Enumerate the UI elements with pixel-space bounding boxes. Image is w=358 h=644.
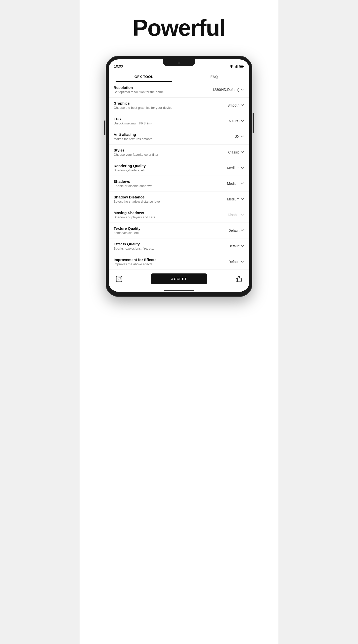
page-wrapper: Powerful 10:00 [80, 0, 278, 644]
setting-control-improvement-effects[interactable]: Default [217, 260, 244, 264]
svg-rect-0 [235, 66, 235, 68]
dropdown-arrow-shadow-distance [240, 197, 244, 201]
setting-row-styles[interactable]: StylesChoose your favorite color filterC… [109, 144, 249, 160]
setting-value-rendering-quality: Medium [227, 166, 239, 170]
setting-control-graphics[interactable]: Smooth [217, 103, 244, 107]
svg-rect-6 [240, 66, 243, 67]
setting-desc-resolution: Set optimal resolution for the game [114, 90, 212, 94]
svg-rect-3 [237, 65, 238, 68]
status-bar: 10:00 [109, 59, 249, 70]
setting-title-moving-shadows: Moving Shadows [114, 210, 217, 215]
setting-control-moving-shadows[interactable]: Disable [217, 213, 244, 217]
setting-row-improvement-effects[interactable]: Improvement for EffectsImproves the abov… [109, 254, 249, 270]
setting-control-rendering-quality[interactable]: Medium [217, 166, 244, 170]
phone-screen: 10:00 [109, 59, 249, 292]
dropdown-arrow-graphics [240, 103, 244, 107]
setting-value-moving-shadows: Disable [228, 213, 239, 217]
setting-control-resolution[interactable]: 1280(HD,Default) [212, 88, 244, 92]
accept-button[interactable]: ACCEPT [151, 274, 207, 284]
setting-value-graphics: Smooth [227, 103, 239, 107]
setting-value-effects-quality: Default [228, 244, 239, 248]
setting-info-shadow-distance: Shadow DistanceSelect the shadow distanc… [114, 195, 217, 204]
hero-title: Powerful [133, 15, 225, 41]
setting-value-anti-aliasing: 2X [235, 134, 239, 138]
battery-icon [239, 65, 244, 68]
setting-value-texture-quality: Default [228, 228, 239, 232]
dropdown-arrow-resolution [240, 88, 244, 92]
setting-desc-texture-quality: Items,vehicle, etc [114, 231, 217, 235]
setting-title-rendering-quality: Rendering Quality [114, 164, 217, 168]
setting-value-fps: 60FPS [229, 119, 239, 123]
setting-row-texture-quality[interactable]: Texture QualityItems,vehicle, etcDefault [109, 223, 249, 238]
setting-row-shadow-distance[interactable]: Shadow DistanceSelect the shadow distanc… [109, 192, 249, 207]
instagram-icon [116, 276, 123, 282]
svg-rect-2 [236, 65, 237, 68]
dropdown-arrow-shadows [240, 182, 244, 186]
tab-gfx-tool[interactable]: GFX TOOL [109, 71, 179, 82]
setting-desc-moving-shadows: Shadows of players and cars [114, 215, 217, 219]
dropdown-arrow-fps [240, 119, 244, 123]
setting-value-shadows: Medium [227, 182, 239, 186]
setting-control-texture-quality[interactable]: Default [217, 228, 244, 232]
svg-point-9 [120, 277, 121, 278]
dropdown-arrow-improvement-effects [240, 260, 244, 264]
setting-row-effects-quality[interactable]: Effects QualitySparks, explosions, fire,… [109, 238, 249, 254]
setting-info-effects-quality: Effects QualitySparks, explosions, fire,… [114, 242, 217, 250]
tab-faq[interactable]: FAQ [179, 71, 249, 82]
setting-row-fps[interactable]: FPSUnlock maximum FPS limit60FPS [109, 113, 249, 129]
status-icons [229, 65, 244, 68]
setting-control-anti-aliasing[interactable]: 2X [217, 134, 244, 138]
wifi-icon [229, 65, 233, 68]
setting-desc-shadows: Enable or disable shadows [114, 184, 217, 188]
setting-control-styles[interactable]: Classic [217, 150, 244, 154]
app-tabs: GFX TOOL FAQ [109, 71, 249, 82]
bottom-bar: ACCEPT [109, 270, 249, 288]
setting-title-fps: FPS [114, 117, 217, 121]
setting-row-anti-aliasing[interactable]: Anti-aliasingMakes the textures smooth2X [109, 129, 249, 144]
dropdown-arrow-styles [240, 150, 244, 154]
setting-control-shadows[interactable]: Medium [217, 182, 244, 186]
dropdown-arrow-anti-aliasing [240, 134, 244, 138]
setting-row-resolution[interactable]: ResolutionSet optimal resolution for the… [109, 82, 249, 98]
notch [163, 59, 195, 66]
settings-list: ResolutionSet optimal resolution for the… [109, 82, 249, 270]
phone-shell: 10:00 [106, 56, 252, 297]
setting-desc-graphics: Choose the best graphics for your device [114, 106, 217, 110]
instagram-button[interactable] [114, 274, 125, 284]
setting-desc-rendering-quality: Shadows,shaders, etc [114, 168, 217, 172]
dropdown-arrow-texture-quality [240, 228, 244, 232]
svg-rect-7 [116, 276, 122, 282]
setting-control-effects-quality[interactable]: Default [217, 244, 244, 248]
svg-rect-5 [243, 66, 244, 67]
setting-control-shadow-distance[interactable]: Medium [217, 197, 244, 201]
dropdown-arrow-effects-quality [240, 244, 244, 248]
svg-rect-1 [236, 66, 236, 68]
setting-title-styles: Styles [114, 148, 217, 152]
setting-value-resolution: 1280(HD,Default) [212, 88, 239, 92]
setting-control-fps[interactable]: 60FPS [217, 119, 244, 123]
dropdown-arrow-rendering-quality [240, 166, 244, 170]
setting-desc-styles: Choose your favorite color filter [114, 153, 217, 156]
setting-row-moving-shadows[interactable]: Moving ShadowsShadows of players and car… [109, 207, 249, 223]
setting-info-shadows: ShadowsEnable or disable shadows [114, 179, 217, 188]
setting-info-fps: FPSUnlock maximum FPS limit [114, 117, 217, 125]
setting-info-anti-aliasing: Anti-aliasingMakes the textures smooth [114, 132, 217, 141]
setting-title-shadow-distance: Shadow Distance [114, 195, 217, 199]
setting-row-rendering-quality[interactable]: Rendering QualityShadows,shaders, etcMed… [109, 160, 249, 176]
svg-point-8 [118, 278, 120, 280]
setting-title-anti-aliasing: Anti-aliasing [114, 132, 217, 136]
setting-row-graphics[interactable]: GraphicsChoose the best graphics for you… [109, 98, 249, 113]
status-time: 10:00 [114, 64, 123, 68]
setting-value-improvement-effects: Default [228, 260, 239, 264]
like-button[interactable] [233, 274, 244, 284]
setting-info-styles: StylesChoose your favorite color filter [114, 148, 217, 156]
setting-value-styles: Classic [228, 150, 239, 154]
notch-camera [178, 62, 180, 64]
setting-info-resolution: ResolutionSet optimal resolution for the… [114, 86, 212, 94]
setting-row-shadows[interactable]: ShadowsEnable or disable shadowsMedium [109, 176, 249, 192]
setting-info-texture-quality: Texture QualityItems,vehicle, etc [114, 226, 217, 235]
setting-desc-effects-quality: Sparks, explosions, fire, etc. [114, 246, 217, 250]
setting-title-improvement-effects: Improvement for Effects [114, 258, 217, 262]
setting-info-graphics: GraphicsChoose the best graphics for you… [114, 101, 217, 110]
setting-title-effects-quality: Effects Quality [114, 242, 217, 246]
